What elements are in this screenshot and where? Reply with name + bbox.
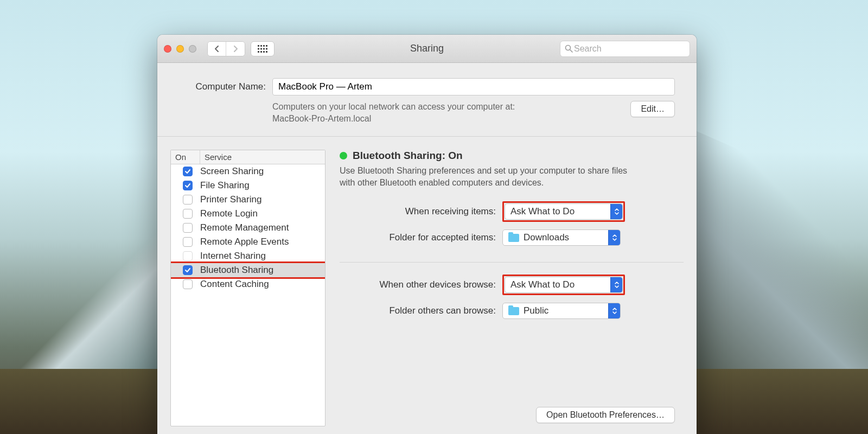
check-icon xyxy=(184,182,191,189)
svg-rect-10 xyxy=(263,51,265,53)
service-checkbox[interactable] xyxy=(183,279,193,289)
service-checkbox[interactable] xyxy=(183,209,193,219)
receiving-items-popup[interactable]: Ask What to Do xyxy=(505,203,623,220)
show-all-button[interactable] xyxy=(251,41,275,56)
highlight-browse: Ask What to Do xyxy=(502,275,625,295)
check-icon xyxy=(184,168,191,175)
grid-icon xyxy=(258,45,267,53)
search-icon xyxy=(565,44,573,53)
browse-popup[interactable]: Ask What to Do xyxy=(505,277,623,293)
svg-rect-0 xyxy=(258,45,259,47)
browse-folder-label: Folder others can browse: xyxy=(340,305,502,316)
svg-rect-1 xyxy=(260,45,262,47)
service-label: Screen Sharing xyxy=(200,166,264,177)
service-checkbox[interactable] xyxy=(183,265,193,275)
service-label: Printer Sharing xyxy=(200,194,261,205)
browse-label: When other devices browse: xyxy=(340,279,502,290)
service-label: Remote Management xyxy=(200,222,289,233)
svg-rect-4 xyxy=(258,48,259,49)
service-detail-pane: Bluetooth Sharing: On Use Bluetooth Shar… xyxy=(340,150,684,426)
service-label: Remote Login xyxy=(200,208,258,219)
service-label: File Sharing xyxy=(200,180,250,191)
service-row[interactable]: File Sharing xyxy=(171,178,325,193)
accepted-folder-label: Folder for accepted items: xyxy=(340,232,502,243)
edit-hostname-button[interactable]: Edit… xyxy=(630,101,675,117)
svg-line-13 xyxy=(570,50,572,52)
service-checkbox[interactable] xyxy=(183,167,193,176)
service-checkbox[interactable] xyxy=(183,223,193,233)
highlight-receiving: Ask What to Do xyxy=(502,201,625,222)
service-label: Bluetooth Sharing xyxy=(200,265,273,276)
services-table-header: On Service xyxy=(171,150,325,164)
svg-rect-9 xyxy=(260,51,262,53)
nav-back-forward xyxy=(207,41,245,56)
svg-rect-7 xyxy=(266,48,267,49)
service-description: Use Bluetooth Sharing preferences and se… xyxy=(340,165,643,188)
computer-name-hint: Computers on your local network can acce… xyxy=(272,101,620,124)
receiving-items-label: When receiving items: xyxy=(340,206,502,217)
titlebar: Sharing xyxy=(157,35,697,63)
service-row[interactable]: Screen Sharing xyxy=(171,164,325,178)
status-row: Bluetooth Sharing: On xyxy=(340,150,684,162)
divider xyxy=(340,262,684,263)
service-label: Internet Sharing xyxy=(200,251,266,261)
popup-stepper-icon xyxy=(608,230,620,245)
svg-rect-2 xyxy=(263,45,265,47)
service-checkbox[interactable] xyxy=(183,181,193,190)
popup-stepper-icon xyxy=(610,204,622,219)
svg-rect-5 xyxy=(260,48,262,49)
check-icon xyxy=(184,267,191,273)
services-list: Screen SharingFile SharingPrinter Sharin… xyxy=(171,164,325,426)
popup-stepper-icon xyxy=(610,277,622,292)
accepted-folder-value: Downloads xyxy=(524,232,569,243)
svg-rect-11 xyxy=(266,51,267,53)
svg-point-12 xyxy=(566,46,571,50)
status-title: Bluetooth Sharing: On xyxy=(353,150,463,162)
search-input[interactable] xyxy=(573,43,685,54)
svg-rect-6 xyxy=(263,48,265,49)
computer-name-field[interactable] xyxy=(272,78,675,95)
popup-stepper-icon xyxy=(608,303,620,318)
service-row[interactable]: Printer Sharing xyxy=(171,193,325,207)
status-indicator-icon xyxy=(340,152,347,159)
service-row[interactable]: Remote Login xyxy=(171,207,325,221)
chevron-right-icon xyxy=(233,46,238,52)
back-button[interactable] xyxy=(208,42,226,56)
computer-name-section: Computer Name: Computers on your local n… xyxy=(157,63,697,137)
service-row[interactable]: Remote Management xyxy=(171,221,325,235)
computer-name-label: Computer Name: xyxy=(179,81,266,92)
col-header-on: On xyxy=(171,150,200,164)
close-window-button[interactable] xyxy=(164,45,171,53)
service-label: Remote Apple Events xyxy=(200,237,289,247)
open-bluetooth-prefs-button[interactable]: Open Bluetooth Preferences… xyxy=(536,407,675,423)
minimize-window-button[interactable] xyxy=(176,45,184,53)
sharing-body: On Service Screen SharingFile SharingPri… xyxy=(157,137,697,434)
service-row[interactable]: Content Caching xyxy=(171,277,325,291)
computer-name-hint-line2: MacBook-Pro-Artem.local xyxy=(272,114,371,123)
browse-folder-popup[interactable]: Public xyxy=(502,303,621,319)
service-checkbox[interactable] xyxy=(183,237,193,247)
traffic-lights xyxy=(164,45,196,53)
folder-icon xyxy=(508,234,519,242)
accepted-folder-popup[interactable]: Downloads xyxy=(502,229,621,246)
zoom-window-button[interactable] xyxy=(189,45,196,53)
svg-rect-8 xyxy=(258,51,259,53)
service-label: Content Caching xyxy=(200,279,269,290)
browse-folder-value: Public xyxy=(524,305,548,316)
browse-value: Ask What to Do xyxy=(510,279,575,290)
svg-rect-3 xyxy=(266,45,267,47)
forward-button[interactable] xyxy=(226,42,245,56)
chevron-left-icon xyxy=(214,46,220,52)
services-table: On Service Screen SharingFile SharingPri… xyxy=(170,150,326,426)
receiving-items-value: Ask What to Do xyxy=(510,206,575,217)
service-row[interactable]: Remote Apple Events xyxy=(171,235,325,249)
service-checkbox xyxy=(183,251,193,261)
service-row[interactable]: Bluetooth Sharing xyxy=(171,261,325,279)
folder-icon xyxy=(508,307,519,315)
col-header-service: Service xyxy=(200,150,325,164)
service-checkbox[interactable] xyxy=(183,195,193,205)
search-field[interactable] xyxy=(560,41,690,57)
sharing-prefpane-window: Sharing Computer Name: Computers on your… xyxy=(157,35,697,434)
computer-name-hint-line1: Computers on your local network can acce… xyxy=(272,102,515,111)
